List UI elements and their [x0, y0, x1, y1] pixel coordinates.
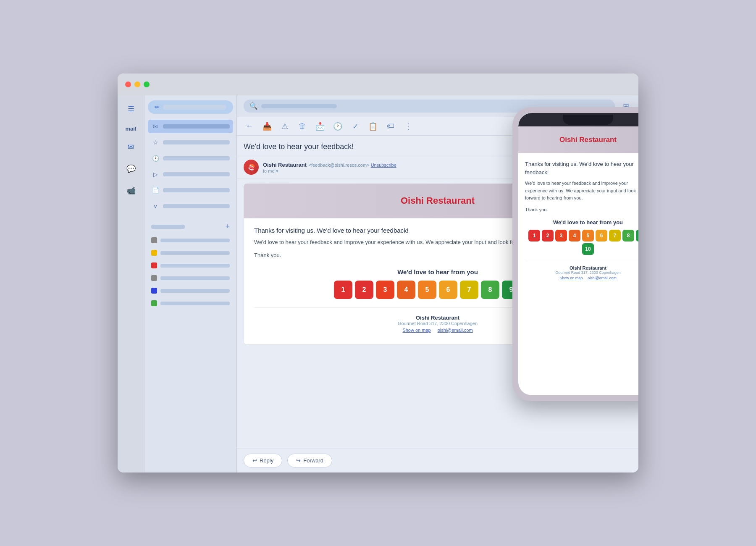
delete-icon[interactable]: 🗑	[297, 121, 308, 132]
rating-btn-2[interactable]: 2	[355, 281, 373, 299]
search-input[interactable]	[261, 104, 337, 108]
minimize-button[interactable]	[134, 81, 140, 87]
phone-rating-btn-6[interactable]: 6	[596, 230, 607, 242]
label-dot-5	[151, 288, 157, 294]
title-bar	[118, 74, 638, 95]
rating-btn-7[interactable]: 7	[460, 281, 478, 299]
label-text-4	[160, 276, 230, 280]
maximize-button[interactable]	[144, 81, 150, 87]
sidebar-item-inbox[interactable]: ✉	[148, 120, 233, 133]
phone-intro: Thanks for visiting us. We'd love to hea…	[525, 160, 638, 176]
rating-btn-4[interactable]: 4	[397, 281, 415, 299]
footer-email-link[interactable]: oishi@email.com	[438, 328, 473, 333]
labels-section-label	[151, 225, 185, 229]
task-icon[interactable]: 📋	[367, 121, 379, 132]
sidebar-item-starred[interactable]: ☆	[148, 136, 233, 149]
unsubscribe-link[interactable]: Unsubscribe	[371, 163, 396, 168]
sidebar-item-label-starred	[163, 140, 230, 144]
compose-button[interactable]: ✏	[148, 100, 233, 114]
label-item-5[interactable]	[148, 286, 233, 296]
phone-rating-buttons: 12345678910	[525, 230, 638, 255]
label-icon[interactable]: 🏷	[385, 121, 396, 132]
forward-label: Forward	[303, 457, 323, 464]
forward-button[interactable]: ↪ Forward	[287, 454, 332, 467]
more-icon: ∨	[151, 202, 160, 210]
phone-footer-map-link[interactable]: Show on map	[559, 276, 583, 280]
phone-rating-btn-9[interactable]: 9	[636, 230, 638, 242]
sidebar-item-sent[interactable]: ▷	[148, 168, 233, 181]
label-item-2[interactable]	[148, 248, 233, 258]
sidebar-item-label-drafts	[163, 188, 230, 192]
move-icon[interactable]: 📩	[314, 121, 326, 132]
phone-rating-btn-7[interactable]: 7	[609, 230, 621, 242]
phone-rating-btn-10[interactable]: 10	[582, 243, 594, 255]
phone-banner: Oishi Restaurant	[518, 126, 638, 153]
phone-footer: Oishi Restaurant Gourmet Road 317, 2300 …	[525, 261, 638, 283]
sidebar-item-more[interactable]: ∨	[148, 200, 233, 213]
video-icon[interactable]: 📹	[124, 184, 138, 197]
rating-btn-6[interactable]: 6	[439, 281, 457, 299]
label-text-1	[160, 239, 230, 242]
sidebar-item-label-more	[163, 204, 230, 208]
archive-icon[interactable]: 📥	[261, 121, 273, 132]
sender-name: Oishi Restaurant	[263, 162, 307, 168]
star-icon: ☆	[151, 138, 160, 147]
sidebar-item-recent[interactable]: 🕐	[148, 152, 233, 165]
snooze-icon[interactable]: 🕐	[332, 121, 344, 132]
rating-btn-3[interactable]: 3	[376, 281, 394, 299]
more-options-icon[interactable]: ⋮	[402, 121, 414, 132]
phone-rating-btn-2[interactable]: 2	[542, 230, 554, 242]
label-item-6[interactable]	[148, 298, 233, 308]
label-dot-6	[151, 300, 157, 306]
reply-button[interactable]: ↩ Reply	[244, 454, 282, 467]
hamburger-icon[interactable]: ☰	[124, 102, 138, 116]
phone-notch	[563, 115, 613, 125]
phone-rating-btn-1[interactable]: 1	[528, 230, 540, 242]
reply-label: Reply	[260, 457, 273, 464]
phone-rating-btn-8[interactable]: 8	[622, 230, 634, 242]
mail-icon[interactable]: ✉	[124, 140, 138, 154]
sidebar-item-label-sent	[163, 172, 230, 176]
rating-btn-1[interactable]: 1	[334, 281, 352, 299]
search-icon: 🔍	[249, 102, 258, 110]
phone-rating-title: We'd love to hear from you	[525, 219, 638, 226]
label-item-3[interactable]	[148, 260, 233, 270]
sender-avatar: 🍣	[244, 160, 259, 175]
mac-window: ☰ mail ✉ 💬 📹 ✏ ✉ ☆ 🕐	[118, 74, 638, 472]
pencil-icon: ✏	[155, 104, 160, 110]
phone-notch-bar	[518, 113, 638, 126]
send-icon: ▷	[151, 170, 160, 178]
rating-btn-8[interactable]: 8	[481, 281, 499, 299]
add-label-button[interactable]: +	[225, 222, 230, 231]
phone-rating-btn-5[interactable]: 5	[582, 230, 594, 242]
label-dot-1	[151, 237, 157, 243]
label-text-6	[160, 302, 230, 305]
phone-footer-links: Show on map oishi@email.com	[525, 276, 638, 280]
label-dot-4	[151, 275, 157, 281]
phone-footer-address: Gourmet Road 317, 2300 Copenhagen	[525, 270, 638, 275]
clock-icon: 🕐	[151, 154, 160, 163]
phone-footer-email-link[interactable]: oishi@email.com	[588, 276, 617, 280]
close-button[interactable]	[125, 81, 131, 87]
rating-btn-5[interactable]: 5	[418, 281, 436, 299]
label-item-4[interactable]	[148, 273, 233, 283]
sidebar-item-drafts[interactable]: 📄	[148, 184, 233, 197]
app-title-label: mail	[125, 126, 136, 132]
back-button[interactable]: ←	[244, 121, 255, 132]
sidebar-item-label-recent	[163, 156, 230, 160]
icon-strip: ☰ mail ✉ 💬 📹	[118, 95, 144, 472]
phone-rating-btn-3[interactable]: 3	[555, 230, 567, 242]
label-dot-3	[151, 262, 157, 268]
phone-footer-name: Oishi Restaurant	[525, 265, 638, 270]
label-item-1[interactable]	[148, 235, 233, 245]
footer-map-link[interactable]: Show on map	[402, 328, 430, 333]
forward-icon: ↪	[296, 457, 301, 464]
chat-icon[interactable]: 💬	[124, 162, 138, 176]
spam-icon[interactable]: ⚠	[279, 121, 291, 132]
reply-icon: ↩	[252, 457, 257, 464]
phone-inner: Oishi Restaurant Thanks for visiting us.…	[518, 113, 638, 395]
mark-done-icon[interactable]: ✓	[349, 121, 361, 132]
phone-rating-btn-4[interactable]: 4	[569, 230, 580, 242]
label-text-2	[160, 251, 230, 255]
phone-thanks: Thank you.	[525, 206, 638, 214]
